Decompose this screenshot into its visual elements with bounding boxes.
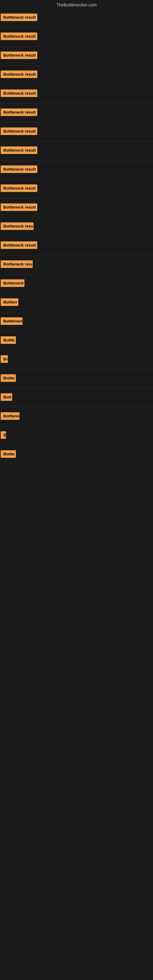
bottleneck-row: B [0, 426, 153, 445]
site-title-container: TheBottlenecker.com [0, 0, 153, 9]
bottleneck-row: Bottleneck result [0, 103, 153, 123]
bottleneck-result-badge[interactable]: Bo [1, 355, 8, 363]
bottleneck-result-badge[interactable]: Bottleneck r [1, 279, 24, 287]
bottleneck-row: Bottleneck result [0, 236, 153, 255]
bottleneck-row: Bottleneck result [0, 65, 153, 84]
bottleneck-result-badge[interactable]: Bottleneck result [1, 185, 37, 192]
bottleneck-row: Bottleneck result [0, 142, 153, 161]
bottleneck-result-badge[interactable]: Bottleneck result [1, 89, 37, 97]
bottleneck-row: Bottleneck resul [0, 218, 153, 236]
bottleneck-result-badge[interactable]: Bottleneck result [1, 51, 37, 59]
bottleneck-result-badge[interactable]: Bottleneck resul [1, 222, 33, 230]
bottleneck-row: Bottle [0, 331, 153, 350]
bottleneck-result-badge[interactable]: Bottle [1, 336, 16, 344]
bottleneck-row: Bottleneck result [0, 180, 153, 199]
bottleneck-row: Bottleneck result [0, 161, 153, 180]
bottleneck-result-badge[interactable]: Bottle [1, 450, 16, 458]
bottleneck-row: Bottleneck result [0, 123, 153, 142]
bottleneck-result-badge[interactable]: Bott [1, 393, 12, 401]
bottleneck-row: Bottlens [0, 407, 153, 426]
bottleneck-result-badge[interactable]: Bottleneck [1, 317, 22, 325]
bottleneck-result-badge[interactable]: Bottleneck result [1, 13, 37, 21]
bottleneck-row: Bottleneck result [0, 199, 153, 218]
items-container: Bottleneck resultBottleneck resultBottle… [0, 9, 153, 464]
bottleneck-result-badge[interactable]: Bottleneck result [1, 127, 37, 135]
bottleneck-row: Bottle [0, 445, 153, 464]
bottleneck-result-badge[interactable]: Bottleneck result [1, 204, 37, 211]
site-title: TheBottlenecker.com [0, 0, 153, 9]
bottleneck-row: Bott [0, 388, 153, 407]
bottleneck-result-badge[interactable]: Bottleneck result [1, 165, 37, 173]
bottleneck-row: Bottleneck result [0, 46, 153, 65]
bottleneck-row: Bottlen [0, 293, 153, 312]
bottleneck-row: Bottleneck result [0, 9, 153, 27]
bottleneck-result-badge[interactable]: B [1, 431, 6, 439]
bottleneck-result-badge[interactable]: Bottleneck result [1, 241, 37, 249]
bottleneck-result-badge[interactable]: Bottleneck resul [1, 260, 33, 268]
bottleneck-row: Bottleneck result [0, 84, 153, 103]
bottleneck-row: Bottleneck result [0, 27, 153, 46]
bottleneck-result-badge[interactable]: Bottleneck result [1, 146, 37, 154]
bottleneck-result-badge[interactable]: Bottle [1, 374, 16, 382]
bottleneck-result-badge[interactable]: Bottleneck result [1, 70, 37, 78]
bottleneck-result-badge[interactable]: Bottleneck result [1, 108, 37, 116]
bottleneck-row: Bottleneck r [0, 274, 153, 293]
bottleneck-row: Bottleneck [0, 312, 153, 331]
bottleneck-row: Bottle [0, 369, 153, 388]
bottleneck-result-badge[interactable]: Bottlens [1, 412, 19, 420]
bottleneck-result-badge[interactable]: Bottleneck result [1, 32, 37, 40]
bottleneck-row: Bottleneck resul [0, 255, 153, 274]
bottleneck-result-badge[interactable]: Bottlen [1, 298, 18, 306]
bottleneck-row: Bo [0, 350, 153, 369]
